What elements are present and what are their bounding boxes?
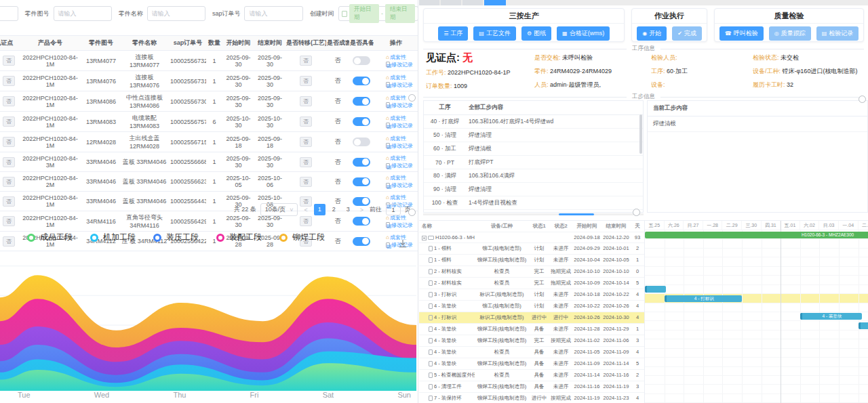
set-complete-link[interactable]: ⌂成套性 (386, 135, 406, 142)
task-status2: 拖期完成 (549, 278, 572, 289)
ready-toggle[interactable] (353, 158, 370, 167)
ready-toggle[interactable] (353, 56, 370, 65)
sap-order-input[interactable]: 请输入 (244, 6, 302, 21)
gantt-row[interactable]: 2 - 材料核实 检查员 完工 拖期完成 2024-10-10 2024-10-… (419, 266, 644, 278)
part-drawing-input[interactable]: 请输入 (54, 6, 112, 21)
set-complete-link[interactable]: ⌂成套性 (386, 115, 406, 121)
legend-dot (153, 234, 161, 242)
resize-handle[interactable] (408, 94, 416, 102)
page-number[interactable]: 2 (328, 204, 340, 215)
complete-cell: 否 (326, 91, 349, 112)
ready-toggle[interactable] (353, 117, 370, 126)
gantt-row[interactable]: 3 - 打标识 标识工(核电制造部) 计划 未进序 2024-10-18 202… (419, 289, 644, 301)
set-complete-link[interactable]: ⌂成套性 (386, 95, 406, 101)
quality-button[interactable]: ◎质量跟踪 (769, 26, 811, 41)
quality-button[interactable]: ☎呼叫检验 (719, 26, 764, 41)
legend-item[interactable]: 装压工段 (153, 232, 199, 243)
page-number[interactable]: 3 (342, 204, 354, 215)
page-number[interactable]: 1 (314, 204, 326, 215)
job-button[interactable]: ✔完成 (672, 26, 702, 41)
date-start-input[interactable]: 开始日期 (349, 4, 379, 23)
gantt-row[interactable]: 4 - 装垫块 铆焊工段(核电制造部) 具备 未进序 2024-11-09 20… (419, 358, 644, 370)
gantt-bar[interactable] (645, 286, 666, 293)
gantt-row[interactable]: H1020-66-3 - MHZ2AE300 2024-09-18 2024-1… (419, 232, 644, 243)
legend-item[interactable]: 成品工段 (27, 232, 73, 243)
set-complete-link[interactable]: ⌂成套性 (386, 155, 406, 161)
production-button[interactable]: ☰工序 (438, 26, 468, 41)
download-icon[interactable] (397, 238, 408, 251)
gantt-row[interactable]: 4 - 打标识 标识工(核电制造部) 进行中 进行中 2024-10-26 20… (419, 312, 644, 324)
date-end-input[interactable]: 结束日期 (385, 4, 415, 23)
modify-log-link[interactable]: ▤修改记录 (379, 182, 413, 188)
modify-log-link[interactable]: ▤修改记录 (379, 143, 413, 149)
collapse-icon[interactable] (422, 236, 427, 240)
ready-toggle[interactable] (353, 217, 370, 226)
set-complete-link[interactable]: ⌂成套性 (386, 75, 406, 81)
gantt-row[interactable]: 4 - 装垫块 铆焊工段(核电制造部) 具备 未进序 2024-11-28 20… (419, 324, 644, 335)
ready-toggle[interactable] (353, 77, 370, 85)
partial-filter-input[interactable] (0, 6, 18, 21)
modify-log-link[interactable]: ▤修改记录 (379, 163, 413, 169)
step-row[interactable]: 80 · 满焊 106.3和106.4满焊 (424, 169, 643, 183)
ready-toggle[interactable] (353, 137, 370, 146)
gantt-row[interactable]: 4 - 装垫块 铆焊工段(核电制造部) 完工 按期完成 2024-11-02 2… (419, 335, 644, 347)
prev-page-button[interactable]: < (302, 207, 309, 213)
horizontal-scrollbar[interactable] (423, 213, 644, 215)
scrollbar-thumb[interactable] (559, 213, 594, 215)
modify-log-link[interactable]: ▤修改记录 (379, 222, 413, 228)
step-row[interactable]: 110 · MT 1-4焊缝MT (424, 210, 643, 213)
resize-handle[interactable] (859, 96, 866, 103)
step-row[interactable]: 90 · 清理 焊缝清理 (424, 183, 643, 196)
gantt-row[interactable]: 5 - 检查椭圆度外径 检查员 具备 未进序 2024-11-14 2024-1… (419, 370, 644, 381)
gantt-bar[interactable]: 4 - 打标识 (665, 295, 742, 302)
page-size-select[interactable]: 10条/页˅ (260, 203, 298, 216)
create-time-range-picker[interactable]: 开始日期 - 结束日期 (338, 6, 418, 21)
goto-page-input[interactable]: 1 (386, 204, 401, 215)
gantt-row[interactable]: 6 - 清理工件 铆焊工段(核电制造部) 具备 未进序 2024-11-16 2… (419, 381, 644, 393)
step-row[interactable]: 70 · PT 打底焊PT (424, 156, 643, 169)
resize-handle[interactable] (408, 209, 416, 216)
gantt-row[interactable]: 1 - 领料 铆工(核电制造部) 计划 未进序 2024-09-29 2024-… (419, 243, 644, 255)
tab-stub[interactable] (441, 0, 461, 5)
part-name-input[interactable]: 请输入 (147, 6, 205, 21)
step-row[interactable]: 100 · 检查 1-4号焊缝目视检查 (424, 196, 643, 210)
resize-handle[interactable] (633, 209, 640, 216)
production-button[interactable]: ⚙图纸 (521, 26, 551, 41)
gantt-bar[interactable]: H1020-66-3 - MHZ2AE300 (645, 232, 868, 238)
legend-item[interactable]: 装配工段 (216, 232, 262, 243)
set-complete-link[interactable]: ⌂成套性 (386, 54, 406, 60)
gantt-row[interactable]: 2 - 材料核实 检查员 完工 拖期完成 2024-10-09 2024-10-… (419, 278, 644, 289)
gantt-row[interactable]: 4 - 装垫块 铆工(核电制造部) 计划 未进序 2024-10-22 2024… (419, 301, 644, 312)
sap-no-cell: 10002556443 (170, 192, 206, 211)
modify-log-link[interactable]: ▤修改记录 (379, 123, 413, 129)
job-button[interactable]: ◉开始 (637, 26, 667, 41)
tab-stub[interactable] (462, 0, 483, 5)
tab-stub-active[interactable] (484, 0, 506, 5)
gantt-row[interactable]: 7 - 装保持环 铆焊工段(核电制造部) 进行中 按期完成 2024-11-19… (419, 393, 644, 403)
legend-item[interactable]: 铆焊工段 (279, 232, 325, 243)
legend-label: 装压工段 (166, 232, 199, 243)
date-checkbox[interactable] (342, 11, 347, 17)
tab-stub[interactable] (419, 0, 439, 5)
legend-item[interactable]: 机加工段 (90, 232, 136, 243)
production-button[interactable]: ▤工艺文件 (473, 26, 516, 41)
modify-log-link[interactable]: ▤修改记录 (379, 82, 413, 88)
ready-toggle[interactable] (353, 97, 370, 106)
modify-log-link[interactable]: ▤修改记录 (379, 62, 413, 68)
ready-toggle[interactable] (353, 237, 370, 246)
production-button[interactable]: ▦合格证(wms) (557, 26, 610, 41)
ready-toggle[interactable] (353, 177, 370, 186)
gantt-bar[interactable]: 4 - 装垫块 (800, 313, 863, 320)
next-page-button[interactable]: > (358, 207, 366, 213)
set-complete-link[interactable]: ⌂成套性 (386, 194, 406, 200)
step-row[interactable]: 50 · 清理 焊缝清理 (424, 129, 643, 142)
gantt-bar[interactable] (859, 322, 868, 329)
vertical-scrollbar[interactable] (639, 114, 642, 154)
gantt-row[interactable]: 4 - 装垫块 检查员 具备 未进序 2024-11-05 2024-11-09… (419, 347, 644, 358)
set-complete-link[interactable]: ⌂成套性 (386, 175, 406, 181)
step-row[interactable]: 60 · 加工 焊缝清根 (424, 142, 643, 156)
gantt-row[interactable]: 1 - 领料 铆焊工段(核电制造部) 计划 未进序 2024-10-04 202… (419, 255, 644, 266)
step-row[interactable]: 40 · 打底焊 106.3和106.4打底焊1-4号焊缝wd (424, 115, 643, 129)
quality-button[interactable]: ▤检验记录 (816, 26, 859, 41)
modify-log-link[interactable]: ▤修改记录 (379, 102, 413, 108)
